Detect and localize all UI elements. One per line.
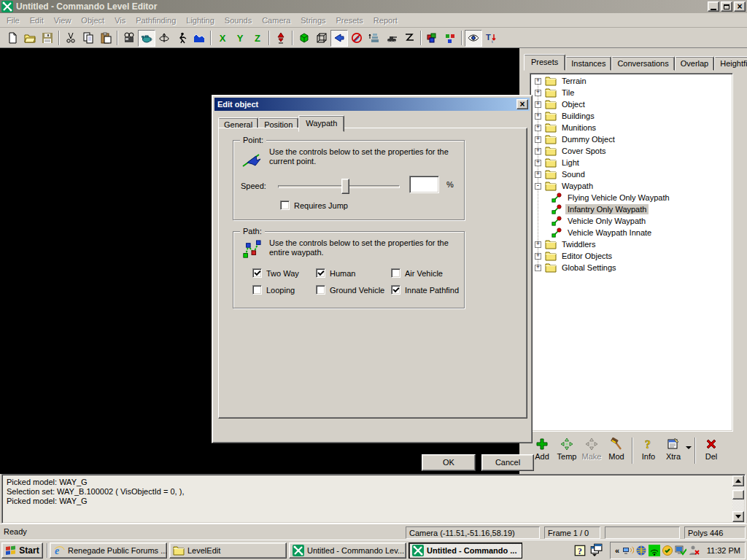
dialog-titlebar[interactable]: Edit object × [214,98,530,111]
task-button-3[interactable]: Untitled - Commando Lev... [289,542,406,559]
task-button-4[interactable]: Untitled - Commando ... [409,542,522,559]
panel-tab-presets[interactable]: Presets [524,54,565,71]
tree-item-cover-spots[interactable]: +Cover Spots [530,145,732,157]
menu-presets[interactable]: Presets [331,14,368,27]
ok-button[interactable]: OK [422,454,476,471]
teapot-button[interactable] [138,30,155,47]
menu-vis[interactable]: Vis [109,14,131,27]
axis-z-button[interactable]: Z [249,30,266,47]
tree-expander[interactable]: + [535,265,541,271]
tree-expander[interactable]: - [535,183,541,190]
menu-pathfinding[interactable]: Pathfinding [131,14,181,27]
tree-item-buildings[interactable]: +Buildings [530,110,732,122]
temp-button[interactable]: Temp [554,436,579,461]
info-button[interactable]: ?Info [636,436,661,461]
tree-expander[interactable]: + [535,78,541,85]
tree-item-waypath[interactable]: -Waypath [530,180,732,192]
new-button[interactable] [4,30,21,47]
del-button[interactable]: Del [699,436,724,461]
vis-sector-button[interactable] [400,30,418,47]
task-button-1[interactable]: eRenegade Public Forums ... [50,542,167,559]
globe-icon[interactable] [635,545,647,556]
requires-jump-checkbox[interactable] [280,201,290,210]
tree-item-vehicle-only-waypath[interactable]: Vehicle Only Waypath [530,215,732,227]
output-scrollbar[interactable] [732,475,744,522]
open-button[interactable] [21,30,39,47]
dialog-close-button[interactable]: × [516,99,528,109]
panel-tab-instances[interactable]: Instances [565,56,611,71]
axis-x-button[interactable]: X [214,30,231,47]
tree-item-object[interactable]: +Object [530,98,732,110]
walk-button[interactable] [173,30,190,47]
innate-pathfind-checkbox[interactable] [391,285,400,295]
menu-strings[interactable]: Strings [295,14,330,27]
scroll-thumb[interactable] [732,490,744,499]
tree-expander[interactable]: + [535,113,541,120]
tree-expander[interactable]: + [535,253,541,260]
air-vehicle-checkbox[interactable] [391,268,400,278]
menu-file[interactable]: File [1,14,25,27]
tree-item-terrain[interactable]: +Terrain [530,75,732,87]
menu-edit[interactable]: Edit [25,14,49,27]
tree-item-flying-vehicle-only-waypath[interactable]: Flying Vehicle Only Waypath [530,192,732,203]
restore-button[interactable] [721,1,732,12]
xtra-dropdown-arrow[interactable] [686,446,692,452]
orbit-button[interactable] [155,30,173,47]
camera-eye-button[interactable] [330,30,348,47]
menu-camera[interactable]: Camera [257,14,295,27]
text-tool-button[interactable]: Tt [482,30,500,47]
menu-object[interactable]: Object [76,14,109,27]
panel-tab-conversations[interactable]: Conversations [611,56,674,71]
menu-report[interactable]: Report [368,14,403,27]
two-way-checkbox[interactable] [252,268,262,278]
tree-expander[interactable]: + [535,241,541,248]
collapse-chevrons-icon[interactable]: « [614,546,621,555]
save-button[interactable] [39,30,56,47]
tree-expander[interactable]: + [535,125,541,131]
minimize-button[interactable] [708,1,719,12]
close-button[interactable]: × [734,1,746,12]
cancel-button[interactable]: Cancel [481,454,534,471]
building-button[interactable] [365,30,383,47]
window-titlebar[interactable]: Untitled - Commando Level Editor × [0,0,747,13]
menu-sounds[interactable]: Sounds [220,14,257,27]
tree-expander[interactable]: + [535,148,541,155]
tree-expander[interactable]: + [535,136,541,143]
help-window-button[interactable]: ? [573,544,587,557]
tree-item-editor-objects[interactable]: +Editor Objects [530,250,732,262]
movie-camera-button[interactable] [120,30,138,47]
speed-value-field[interactable] [409,176,439,193]
tree-item-vehicle-waypath-innate[interactable]: Vehicle Waypath Innate [530,227,732,238]
tree-expander[interactable]: + [535,171,541,178]
vehicle-button[interactable] [383,30,400,47]
tree-item-infantry-only-waypath[interactable]: Infantry Only Waypath [530,203,732,215]
menu-lighting[interactable]: Lighting [181,14,220,27]
tree-item-twiddlers[interactable]: +Twiddlers [530,238,732,250]
clock[interactable]: 11:32 PM [707,546,742,555]
looping-checkbox[interactable] [252,285,262,295]
panel-tab-overlap[interactable]: Overlap [675,56,715,71]
show-eye-button[interactable] [465,30,482,47]
ground-vehicle-checkbox[interactable] [316,285,325,295]
menu-view[interactable]: View [49,14,77,27]
human-checkbox[interactable] [316,268,325,278]
tree-item-tile[interactable]: +Tile [530,87,732,98]
drop-to-ground-button[interactable] [272,30,290,47]
no-edit-button[interactable] [348,30,365,47]
tree-item-light[interactable]: +Light [530,157,732,168]
tree-expander[interactable]: + [535,101,541,108]
network-computer-icon[interactable] [622,545,634,556]
xtra-button[interactable]: Xtra [661,436,686,461]
copy-button[interactable] [80,30,97,47]
scroll-up-button[interactable] [732,475,744,486]
start-button[interactable]: Start [1,542,43,559]
wireless-icon[interactable] [649,545,660,556]
cut-button[interactable] [62,30,80,47]
mod-button[interactable]: Mod [604,436,629,461]
update-check-icon[interactable] [662,545,673,556]
speed-slider[interactable] [278,179,400,194]
speed-slider-thumb[interactable] [341,179,349,194]
tree-expander[interactable]: + [535,90,541,96]
presets-tree[interactable]: +Terrain+Tile+Object+Buildings+Munitions… [530,73,733,432]
toolbar-dropdown-arrow[interactable] [592,554,597,559]
